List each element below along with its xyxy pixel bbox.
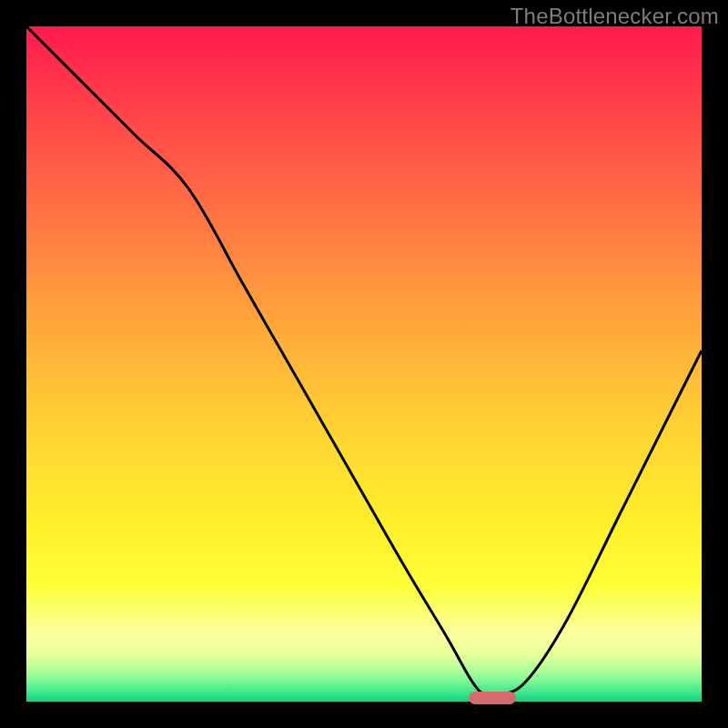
watermark-text: TheBottlenecker.com: [511, 4, 719, 29]
curve-path: [26, 26, 702, 697]
chart-frame: [26, 26, 702, 702]
optimal-marker: [469, 692, 516, 704]
bottleneck-curve: [26, 26, 702, 702]
